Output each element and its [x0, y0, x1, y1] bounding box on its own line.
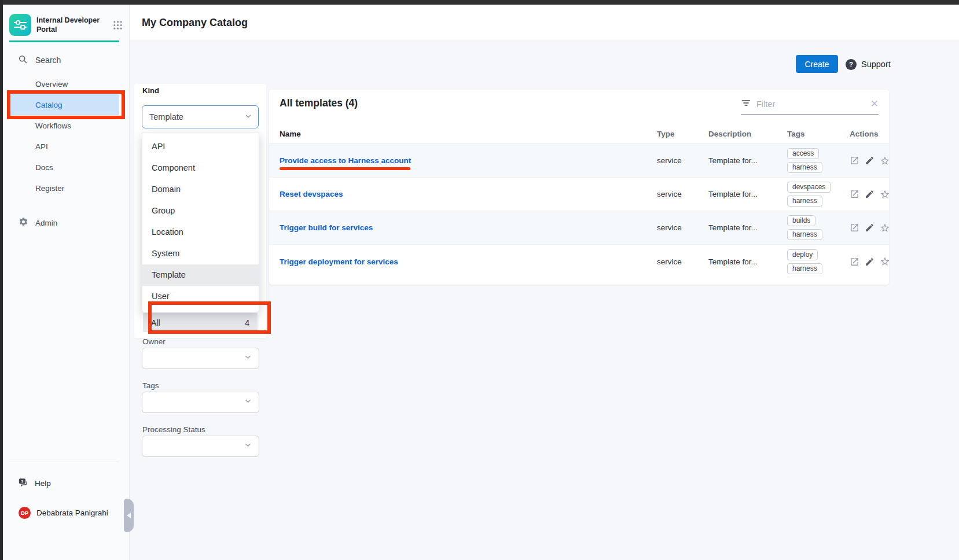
chevron-down-icon: [244, 112, 252, 122]
tag-chip: harness: [787, 162, 822, 173]
template-link[interactable]: Trigger deployment for services: [280, 257, 657, 266]
row-tags: builds harness: [787, 215, 850, 240]
row-tags: deploy harness: [787, 249, 850, 274]
row-type: service: [657, 223, 708, 232]
kind-option-system[interactable]: System: [142, 243, 259, 264]
kind-summary-label: All: [151, 318, 160, 327]
tags-select[interactable]: [142, 392, 259, 413]
sidebar-item-admin[interactable]: Admin: [9, 213, 119, 233]
kind-summary-count: 4: [245, 318, 249, 327]
sidebar-item-label: Docs: [35, 163, 53, 172]
sidebar-user[interactable]: DP Debabrata Panigrahi: [9, 503, 125, 522]
row-actions: [850, 256, 890, 267]
edit-pencil-icon[interactable]: [865, 156, 875, 165]
sidebar-collapse-handle[interactable]: [124, 499, 134, 532]
brand-divider: [9, 40, 119, 42]
kind-label: Kind: [142, 86, 159, 95]
open-in-new-icon[interactable]: [850, 156, 859, 165]
sidebar-item-overview[interactable]: Overview: [9, 73, 119, 94]
tag-chip: access: [787, 148, 819, 159]
gear-icon: [19, 217, 28, 229]
filter-input[interactable]: [756, 100, 865, 109]
open-in-new-icon[interactable]: [850, 189, 859, 199]
open-in-new-icon[interactable]: [850, 257, 859, 267]
table-title: All templates (4): [280, 97, 358, 109]
table-row: Trigger build for services service Templ…: [269, 211, 889, 245]
table-row: Provide access to Harness account servic…: [269, 144, 889, 178]
column-header-description: Description: [708, 130, 787, 138]
sidebar-item-catalog[interactable]: Catalog: [9, 94, 119, 115]
tag-chip: harness: [787, 229, 822, 240]
search-icon: [18, 54, 28, 66]
sidebar-nav: Overview Catalog Workflows API Docs Regi…: [9, 73, 119, 198]
template-link[interactable]: Trigger build for services: [280, 223, 657, 232]
support-button[interactable]: ? Support: [846, 58, 891, 70]
sidebar-divider: [9, 462, 119, 462]
row-type: service: [657, 257, 708, 266]
tag-chip: harness: [787, 263, 822, 274]
template-link[interactable]: Reset devspaces: [280, 190, 657, 198]
star-icon[interactable]: [880, 156, 890, 166]
column-header-tags: Tags: [787, 130, 850, 138]
create-button[interactable]: Create: [796, 55, 838, 73]
apps-grid-icon[interactable]: [113, 20, 123, 30]
window-frame-left: [0, 0, 3, 560]
kind-dropdown: API Component Domain Group Location Syst…: [142, 132, 259, 312]
kind-summary-all-row[interactable]: All 4: [143, 313, 258, 332]
tags-label: Tags: [142, 381, 159, 390]
chevron-down-icon: [244, 397, 252, 408]
sidebar-item-label: Overview: [35, 80, 68, 89]
template-link[interactable]: Provide access to Harness account: [280, 156, 657, 165]
sidebar-item-docs[interactable]: Docs: [9, 157, 119, 178]
sidebar-admin-label: Admin: [35, 219, 57, 227]
row-type: service: [657, 156, 708, 165]
kind-option-template[interactable]: Template: [142, 264, 259, 286]
sidebar-item-workflows[interactable]: Workflows: [9, 115, 119, 136]
table-row: Trigger deployment for services service …: [269, 245, 889, 278]
chevron-left-icon: [127, 513, 131, 518]
star-icon[interactable]: [880, 223, 890, 233]
kind-option-api[interactable]: API: [142, 136, 259, 157]
kind-option-component[interactable]: Component: [142, 157, 259, 179]
star-icon[interactable]: [880, 189, 890, 200]
kind-option-location[interactable]: Location: [142, 222, 259, 243]
app-window: Internal Developer Portal Search Overvie…: [0, 0, 959, 560]
edit-pencil-icon[interactable]: [865, 223, 875, 233]
sidebar-item-api[interactable]: API: [9, 136, 119, 157]
row-description: Template for...: [708, 156, 787, 165]
row-type: service: [657, 190, 708, 198]
kind-option-user[interactable]: User: [142, 286, 259, 307]
help-chat-icon: ?: [18, 477, 28, 489]
chevron-down-icon: [244, 353, 252, 364]
avatar: DP: [19, 507, 31, 519]
owner-select[interactable]: [142, 348, 259, 369]
kind-select-value: Template: [149, 112, 183, 121]
svg-text:?: ?: [21, 478, 24, 484]
sidebar-item-help[interactable]: ? Help: [9, 473, 119, 493]
table-body: Provide access to Harness account servic…: [269, 144, 889, 278]
user-name: Debabrata Panigrahi: [36, 509, 108, 517]
page-header: My Company Catalog: [130, 5, 959, 41]
clear-filter-icon[interactable]: ✕: [870, 99, 879, 110]
processing-status-select[interactable]: [142, 436, 259, 457]
sidebar-item-label: Workflows: [35, 121, 71, 130]
kind-option-domain[interactable]: Domain: [142, 179, 259, 200]
filter-icon: [741, 98, 751, 110]
star-icon[interactable]: [880, 256, 890, 267]
logo-icon: [9, 14, 31, 36]
edit-pencil-icon[interactable]: [865, 257, 875, 267]
row-actions: [850, 156, 890, 166]
edit-pencil-icon[interactable]: [865, 189, 875, 199]
tag-chip: builds: [787, 215, 815, 226]
open-in-new-icon[interactable]: [850, 223, 859, 233]
app-title: Internal Developer Portal: [36, 16, 100, 35]
sidebar-item-label: Catalog: [35, 101, 63, 109]
sidebar-item-register[interactable]: Register: [9, 178, 119, 198]
sidebar-search[interactable]: Search: [9, 50, 119, 70]
row-actions: [850, 223, 890, 233]
row-tags: access harness: [787, 148, 850, 173]
kind-option-group[interactable]: Group: [142, 200, 259, 222]
row-description: Template for...: [708, 257, 787, 266]
kind-select[interactable]: Template: [142, 105, 259, 128]
tag-chip: devspaces: [787, 182, 831, 193]
